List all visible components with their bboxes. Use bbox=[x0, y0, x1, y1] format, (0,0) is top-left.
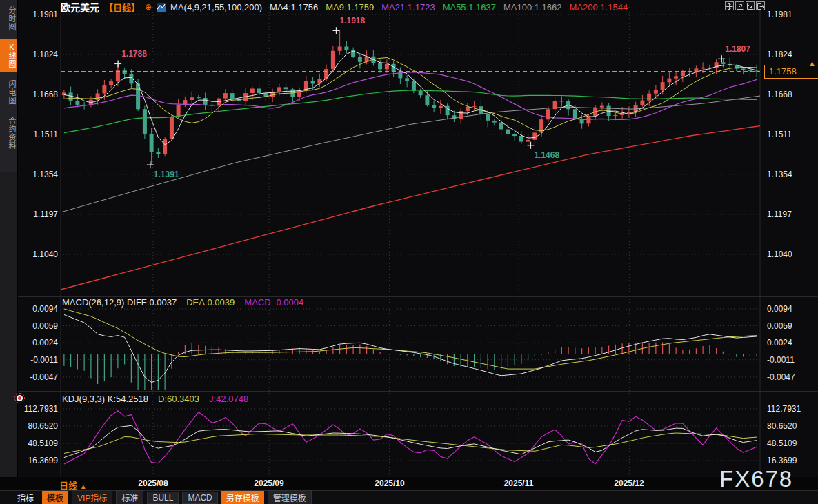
toolbar-tab-8[interactable]: 管理模板 bbox=[268, 490, 312, 504]
exit-panel-icon[interactable] bbox=[756, 1, 765, 10]
indicator-value: DEA:0.0039 bbox=[186, 297, 235, 308]
chart-toolbar-icons bbox=[725, 1, 765, 10]
axis-label: 1.1824 bbox=[767, 49, 817, 60]
toolbar-tab-6[interactable]: MACD bbox=[182, 492, 217, 504]
chart-header: 欧元美元 【日线】 ⊕ MA(4,9,21,55,100,200)MA4:1.1… bbox=[61, 1, 635, 13]
axis-label: 1.1981 bbox=[767, 9, 817, 20]
axis-label: -0.0011 bbox=[767, 354, 817, 365]
axis-label: 0.0094 bbox=[17, 303, 58, 314]
circle-plus-icon[interactable]: ⊕ bbox=[145, 2, 152, 12]
indicator-value: J:42.0748 bbox=[209, 394, 248, 404]
axis-label: 48.5109 bbox=[17, 438, 58, 449]
sidebar-tab-kline-chart[interactable]: K线图 bbox=[0, 39, 17, 72]
sidebar-tab-lightning-chart[interactable]: 闪电图 bbox=[0, 77, 17, 108]
axis-label: 0.0024 bbox=[767, 337, 817, 348]
axis-label: 0.0059 bbox=[17, 321, 58, 332]
axis-label: -0.0011 bbox=[17, 354, 58, 365]
triangle-up-icon: ▲ bbox=[80, 483, 87, 490]
toolbar-tab-3[interactable]: VIP指标 bbox=[72, 490, 112, 504]
sidebar-tab-time-chart[interactable]: 分时图 bbox=[0, 3, 17, 34]
axis-label: 1.1511 bbox=[767, 129, 817, 140]
ma-legend-item: MA4:1.1756 bbox=[270, 2, 318, 12]
scale-axis-right-icon[interactable] bbox=[746, 1, 755, 10]
axis-label: 1.1197 bbox=[17, 209, 58, 220]
axis-label: -0.0047 bbox=[17, 372, 58, 383]
axis-label: 48.5109 bbox=[767, 438, 817, 449]
axis-label: 0.0024 bbox=[17, 337, 58, 348]
ma-legend-item: MA(4,9,21,55,100,200) bbox=[170, 2, 262, 12]
indicator-value: D:60.3403 bbox=[158, 394, 199, 404]
axis-label: 1.1354 bbox=[767, 169, 817, 180]
date-label: 2025/10 bbox=[375, 478, 404, 488]
date-axis: 日线 ▲ 2025/08 2025/09 2025/10 2025/11 202… bbox=[0, 477, 818, 490]
move-tool-icon[interactable] bbox=[725, 1, 734, 10]
chart-application: 分时图 K线图 闪电图 合约资料 欧元美元 【日线】 ⊕ MA(4,9,21,5… bbox=[0, 0, 818, 504]
sidebar-tab-contract-info[interactable]: 合约资料 bbox=[0, 113, 17, 153]
date-label: 2025/12 bbox=[614, 478, 644, 488]
ma-legend: MA(4,9,21,55,100,200)MA4:1.1756MA9:1.175… bbox=[170, 2, 635, 12]
axis-label: 1.1511 bbox=[17, 129, 58, 140]
record-dot-icon[interactable] bbox=[14, 393, 25, 403]
date-label: 2025/09 bbox=[254, 478, 283, 488]
toolbar-tab-4[interactable]: 标准 bbox=[116, 490, 143, 504]
axis-label: 1.1197 bbox=[767, 209, 817, 220]
axis-label: 1.1981 bbox=[17, 9, 58, 20]
period-label: 【日线】 bbox=[104, 1, 140, 14]
axis-label: 112.7931 bbox=[17, 403, 58, 414]
ma-legend-item: MA9:1.1759 bbox=[326, 2, 374, 12]
toolbar-tab-5[interactable]: BULL bbox=[147, 492, 179, 504]
ma-legend-item: MA55:1.1637 bbox=[443, 2, 496, 12]
axis-label: 80.6520 bbox=[767, 421, 817, 432]
price-annotation: 1.1788 bbox=[121, 49, 147, 59]
ma-legend-item: MA100:1.1662 bbox=[503, 2, 562, 12]
date-label: 2025/11 bbox=[504, 478, 534, 488]
date-label: 2025/08 bbox=[138, 478, 168, 488]
bottom-toolbar: 指标模板VIP指标标准BULLMACD另存模板管理模板 bbox=[0, 490, 818, 504]
price-annotation: 1.1918 bbox=[340, 16, 366, 26]
price-arrow-up-icon: ▲ bbox=[808, 59, 816, 68]
watermark: FX678 bbox=[719, 466, 793, 492]
axis-label: 80.6520 bbox=[17, 421, 58, 432]
chart-canvas bbox=[0, 0, 818, 504]
mini-chart-icon bbox=[157, 3, 166, 12]
axis-label: 16.3699 bbox=[17, 455, 58, 466]
ma-legend-item: MA200:1.1544 bbox=[570, 2, 628, 12]
macd-pane-header: MACD(26,12,9) DIFF:0.0037DEA:0.0039MACD:… bbox=[62, 297, 313, 308]
axis-label: 0.0094 bbox=[767, 303, 817, 314]
toolbar-tab-2[interactable]: 模板 bbox=[42, 491, 68, 504]
left-sidebar: 分时图 K线图 闪电图 合约资料 bbox=[0, 0, 17, 477]
indicator-value: MACD:-0.0004 bbox=[244, 297, 303, 308]
price-annotation: 1.1807 bbox=[725, 44, 750, 54]
axis-label: 1.1668 bbox=[17, 89, 58, 100]
scale-axis-left-icon[interactable] bbox=[735, 1, 744, 10]
axis-label: 112.7931 bbox=[767, 403, 817, 414]
symbol-title: 欧元美元 bbox=[61, 0, 99, 14]
kdj-pane-header: KDJ(9,3,3) K:54.2518D:60.3403J:42.0748 bbox=[62, 394, 258, 404]
toolbar-tab-1[interactable]: 指标 bbox=[12, 491, 39, 504]
axis-label: 0.0059 bbox=[767, 321, 817, 332]
ma-legend-item: MA21:1.1723 bbox=[381, 2, 435, 12]
toolbar-tab-7[interactable]: 另存模板 bbox=[221, 491, 264, 504]
indicator-value: KDJ(9,3,3) K:54.2518 bbox=[62, 394, 148, 404]
price-annotation: 1.1468 bbox=[534, 150, 559, 160]
axis-label: 1.1668 bbox=[767, 89, 817, 100]
price-annotation: 1.1391 bbox=[154, 170, 179, 179]
indicator-value: MACD(26,12,9) DIFF:0.0037 bbox=[62, 297, 177, 308]
axis-label: 1.1354 bbox=[17, 169, 58, 180]
axis-label: -0.0047 bbox=[767, 372, 817, 383]
axis-label: 1.1824 bbox=[17, 49, 58, 60]
axis-label: 1.1040 bbox=[17, 249, 58, 260]
axis-label: 1.1040 bbox=[767, 249, 817, 260]
axis-label: 16.3699 bbox=[767, 455, 817, 466]
